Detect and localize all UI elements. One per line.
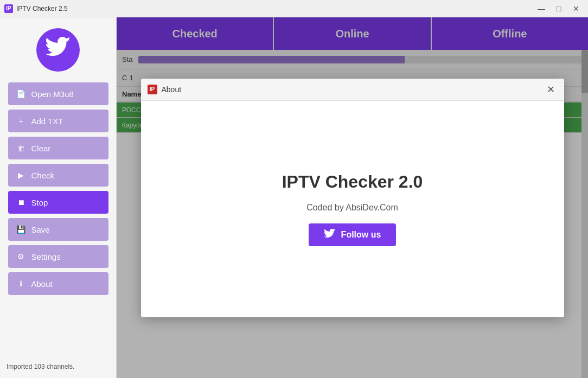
twitter-avatar[interactable] <box>36 28 80 72</box>
twitter-follow-icon <box>324 229 336 241</box>
sidebar: 📄Open M3u8+Add TXT🗑Clear▶Check⏹Stop💾Save… <box>0 17 117 378</box>
app-icon: IP <box>4 4 13 13</box>
window-controls: — □ ✕ <box>534 3 584 14</box>
title-bar: IP IPTV Checker 2.5 — □ ✕ <box>0 0 588 17</box>
btn-icon-about: ℹ <box>16 279 26 288</box>
modal-app-icon: IP <box>148 85 157 94</box>
btn-label-add-txt: Add TXT <box>31 117 63 126</box>
btn-icon-check: ▶ <box>16 171 26 180</box>
sidebar-btn-stop[interactable]: ⏹Stop <box>8 191 108 214</box>
modal-title: About <box>162 85 545 94</box>
app-body: 📄Open M3u8+Add TXT🗑Clear▶Check⏹Stop💾Save… <box>0 17 588 378</box>
btn-icon-clear: 🗑 <box>16 144 26 152</box>
btn-label-open-m3u8: Open M3u8 <box>31 89 74 99</box>
btn-icon-add-txt: + <box>16 117 26 125</box>
sidebar-btn-check[interactable]: ▶Check <box>8 164 108 187</box>
main-content: Checked Online Offline Sta C 1 Name S <box>117 17 588 378</box>
btn-label-about: About <box>31 279 53 289</box>
close-button[interactable]: ✕ <box>568 3 584 14</box>
btn-label-settings: Settings <box>31 252 61 261</box>
btn-icon-settings: ⚙ <box>16 252 26 261</box>
btn-icon-save: 💾 <box>16 225 26 234</box>
btn-label-stop: Stop <box>31 198 48 207</box>
sidebar-btn-about[interactable]: ℹAbout <box>8 272 108 295</box>
follow-label: Follow us <box>341 230 381 240</box>
modal-coded-by: Coded by AbsiDev.Com <box>306 203 398 213</box>
app-title: IPTV Checker 2.5 <box>16 5 534 12</box>
modal-close-button[interactable]: ✕ <box>545 83 558 96</box>
btn-icon-open-m3u8: 📄 <box>16 89 26 98</box>
sidebar-btn-clear[interactable]: 🗑Clear <box>8 137 108 159</box>
modal-header: IP About ✕ <box>141 79 564 101</box>
modal-app-name: IPTV Checker 2.0 <box>282 172 423 192</box>
maximize-button[interactable]: □ <box>551 3 566 14</box>
sidebar-btn-add-txt[interactable]: +Add TXT <box>8 110 108 132</box>
follow-us-button[interactable]: Follow us <box>309 223 397 246</box>
about-modal: IP About ✕ IPTV Checker 2.0 Coded by Abs… <box>141 79 564 317</box>
status-bar: Imported 103 channels. <box>5 361 111 373</box>
sidebar-buttons: 📄Open M3u8+Add TXT🗑Clear▶Check⏹Stop💾Save… <box>8 82 108 299</box>
btn-label-check: Check <box>31 171 55 180</box>
btn-label-clear: Clear <box>31 144 51 153</box>
twitter-icon <box>45 37 71 63</box>
sidebar-btn-save[interactable]: 💾Save <box>8 218 108 241</box>
modal-overlay[interactable]: IP About ✕ IPTV Checker 2.0 Coded by Abs… <box>117 17 588 378</box>
btn-label-save: Save <box>31 225 50 234</box>
modal-body: IPTV Checker 2.0 Coded by AbsiDev.Com Fo… <box>141 101 564 317</box>
sidebar-btn-open-m3u8[interactable]: 📄Open M3u8 <box>8 82 108 105</box>
minimize-button[interactable]: — <box>534 3 549 14</box>
btn-icon-stop: ⏹ <box>16 198 26 207</box>
sidebar-btn-settings[interactable]: ⚙Settings <box>8 245 108 268</box>
